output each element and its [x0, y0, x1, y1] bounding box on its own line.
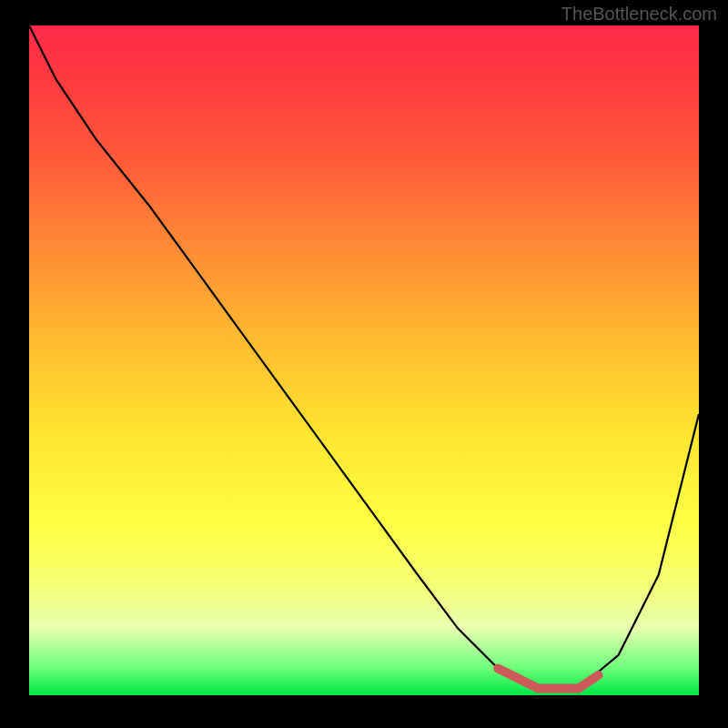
watermark-text: TheBottleneck.com — [561, 4, 717, 25]
curve-line — [29, 25, 699, 689]
chart-svg — [29, 25, 699, 695]
chart-plot-area — [29, 25, 699, 695]
highlight-segment — [498, 669, 598, 689]
